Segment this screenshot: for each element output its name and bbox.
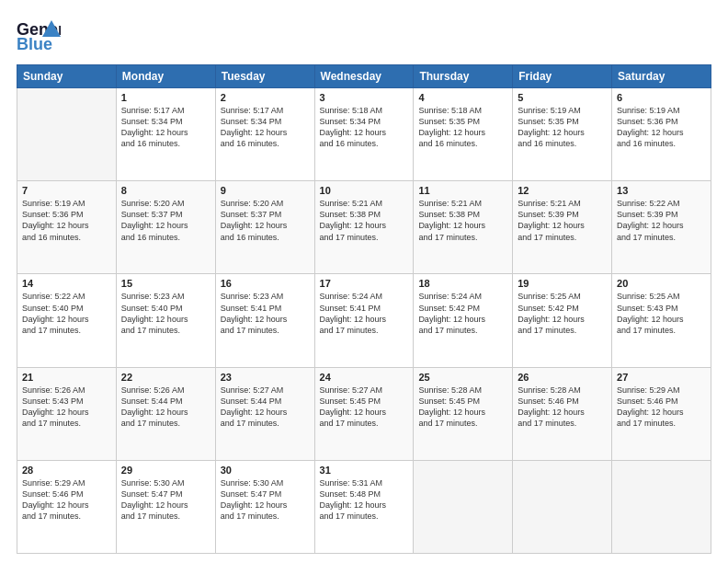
day-number: 4 [418, 92, 507, 103]
cell-info: Sunrise: 5:24 AM Sunset: 5:42 PM Dayligh… [418, 291, 507, 336]
calendar-cell: 1Sunrise: 5:17 AM Sunset: 5:34 PM Daylig… [116, 88, 215, 181]
week-row-3: 21Sunrise: 5:26 AM Sunset: 5:43 PM Dayli… [17, 367, 711, 460]
day-number: 21 [22, 372, 111, 383]
day-header-sunday: Sunday [17, 65, 117, 88]
day-number: 18 [418, 278, 507, 289]
calendar-cell: 7Sunrise: 5:19 AM Sunset: 5:36 PM Daylig… [17, 181, 117, 274]
day-number: 19 [518, 278, 607, 289]
day-number: 6 [617, 92, 706, 103]
calendar-cell: 22Sunrise: 5:26 AM Sunset: 5:44 PM Dayli… [116, 367, 215, 460]
calendar-cell: 26Sunrise: 5:28 AM Sunset: 5:46 PM Dayli… [513, 367, 612, 460]
day-number: 11 [418, 185, 507, 196]
day-number: 13 [617, 185, 706, 196]
days-header-row: SundayMondayTuesdayWednesdayThursdayFrid… [17, 65, 711, 88]
week-row-0: 1Sunrise: 5:17 AM Sunset: 5:34 PM Daylig… [17, 88, 711, 181]
day-number: 31 [320, 465, 409, 476]
day-header-monday: Monday [116, 65, 215, 88]
cell-info: Sunrise: 5:30 AM Sunset: 5:47 PM Dayligh… [121, 477, 210, 523]
cell-info: Sunrise: 5:25 AM Sunset: 5:43 PM Dayligh… [617, 291, 706, 336]
day-number: 23 [221, 372, 310, 383]
week-row-2: 14Sunrise: 5:22 AM Sunset: 5:40 PM Dayli… [17, 274, 711, 367]
day-number: 1 [121, 92, 210, 103]
calendar-cell: 4Sunrise: 5:18 AM Sunset: 5:35 PM Daylig… [414, 88, 513, 181]
cell-info: Sunrise: 5:18 AM Sunset: 5:35 PM Dayligh… [418, 105, 507, 150]
calendar-cell [17, 88, 117, 181]
day-number: 27 [617, 372, 706, 383]
calendar-cell: 25Sunrise: 5:28 AM Sunset: 5:45 PM Dayli… [414, 367, 513, 460]
calendar-cell: 31Sunrise: 5:31 AM Sunset: 5:48 PM Dayli… [314, 460, 414, 553]
day-number: 2 [221, 92, 310, 103]
calendar-cell: 29Sunrise: 5:30 AM Sunset: 5:47 PM Dayli… [116, 460, 215, 553]
day-number: 14 [22, 278, 111, 289]
calendar-cell: 21Sunrise: 5:26 AM Sunset: 5:43 PM Dayli… [17, 367, 117, 460]
cell-info: Sunrise: 5:29 AM Sunset: 5:46 PM Dayligh… [617, 385, 706, 430]
logo-icon: General Blue [17, 17, 61, 55]
day-number: 3 [320, 92, 409, 103]
cell-info: Sunrise: 5:19 AM Sunset: 5:35 PM Dayligh… [518, 105, 607, 150]
calendar-body: 1Sunrise: 5:17 AM Sunset: 5:34 PM Daylig… [17, 88, 711, 554]
header: General Blue [17, 17, 711, 55]
day-number: 24 [320, 372, 409, 383]
cell-info: Sunrise: 5:22 AM Sunset: 5:39 PM Dayligh… [617, 198, 706, 243]
cell-info: Sunrise: 5:21 AM Sunset: 5:38 PM Dayligh… [320, 198, 409, 243]
calendar-cell: 6Sunrise: 5:19 AM Sunset: 5:36 PM Daylig… [612, 88, 711, 181]
cell-info: Sunrise: 5:30 AM Sunset: 5:47 PM Dayligh… [221, 477, 310, 523]
calendar-cell: 27Sunrise: 5:29 AM Sunset: 5:46 PM Dayli… [612, 367, 711, 460]
day-header-thursday: Thursday [414, 65, 513, 88]
day-number: 22 [121, 372, 210, 383]
day-number: 5 [518, 92, 607, 103]
calendar-cell: 3Sunrise: 5:18 AM Sunset: 5:34 PM Daylig… [314, 88, 414, 181]
calendar-cell: 8Sunrise: 5:20 AM Sunset: 5:37 PM Daylig… [116, 181, 215, 274]
cell-info: Sunrise: 5:26 AM Sunset: 5:44 PM Dayligh… [121, 385, 210, 430]
cell-info: Sunrise: 5:17 AM Sunset: 5:34 PM Dayligh… [221, 105, 310, 150]
calendar-cell: 28Sunrise: 5:29 AM Sunset: 5:46 PM Dayli… [17, 460, 117, 553]
calendar-cell: 2Sunrise: 5:17 AM Sunset: 5:34 PM Daylig… [215, 88, 314, 181]
day-number: 15 [121, 278, 210, 289]
day-header-wednesday: Wednesday [314, 65, 414, 88]
cell-info: Sunrise: 5:20 AM Sunset: 5:37 PM Dayligh… [121, 198, 210, 243]
calendar-cell: 23Sunrise: 5:27 AM Sunset: 5:44 PM Dayli… [215, 367, 314, 460]
day-header-saturday: Saturday [612, 65, 711, 88]
calendar-cell: 17Sunrise: 5:24 AM Sunset: 5:41 PM Dayli… [314, 274, 414, 367]
calendar-table: SundayMondayTuesdayWednesdayThursdayFrid… [17, 64, 711, 554]
calendar-cell: 20Sunrise: 5:25 AM Sunset: 5:43 PM Dayli… [612, 274, 711, 367]
calendar-cell: 10Sunrise: 5:21 AM Sunset: 5:38 PM Dayli… [314, 181, 414, 274]
svg-text:Blue: Blue [17, 35, 52, 53]
logo: General Blue [17, 17, 61, 55]
day-number: 17 [320, 278, 409, 289]
cell-info: Sunrise: 5:20 AM Sunset: 5:37 PM Dayligh… [221, 198, 310, 243]
cell-info: Sunrise: 5:29 AM Sunset: 5:46 PM Dayligh… [22, 477, 111, 523]
day-number: 28 [22, 465, 111, 476]
cell-info: Sunrise: 5:21 AM Sunset: 5:39 PM Dayligh… [518, 198, 607, 243]
day-number: 12 [518, 185, 607, 196]
day-number: 9 [221, 185, 310, 196]
page: General Blue SundayMondayTuesdayWednesda… [0, 0, 728, 563]
calendar-cell [612, 460, 711, 553]
cell-info: Sunrise: 5:26 AM Sunset: 5:43 PM Dayligh… [22, 385, 111, 430]
cell-info: Sunrise: 5:28 AM Sunset: 5:45 PM Dayligh… [418, 385, 507, 430]
calendar-cell: 19Sunrise: 5:25 AM Sunset: 5:42 PM Dayli… [513, 274, 612, 367]
day-number: 16 [221, 278, 310, 289]
cell-info: Sunrise: 5:22 AM Sunset: 5:40 PM Dayligh… [22, 291, 111, 336]
day-number: 8 [121, 185, 210, 196]
calendar-cell: 5Sunrise: 5:19 AM Sunset: 5:35 PM Daylig… [513, 88, 612, 181]
cell-info: Sunrise: 5:17 AM Sunset: 5:34 PM Dayligh… [121, 105, 210, 150]
cell-info: Sunrise: 5:23 AM Sunset: 5:41 PM Dayligh… [221, 291, 310, 336]
calendar-cell: 14Sunrise: 5:22 AM Sunset: 5:40 PM Dayli… [17, 274, 117, 367]
calendar-cell: 12Sunrise: 5:21 AM Sunset: 5:39 PM Dayli… [513, 181, 612, 274]
calendar-cell: 24Sunrise: 5:27 AM Sunset: 5:45 PM Dayli… [314, 367, 414, 460]
cell-info: Sunrise: 5:27 AM Sunset: 5:45 PM Dayligh… [320, 385, 409, 430]
day-number: 20 [617, 278, 706, 289]
calendar-cell: 13Sunrise: 5:22 AM Sunset: 5:39 PM Dayli… [612, 181, 711, 274]
cell-info: Sunrise: 5:31 AM Sunset: 5:48 PM Dayligh… [320, 477, 409, 523]
week-row-1: 7Sunrise: 5:19 AM Sunset: 5:36 PM Daylig… [17, 181, 711, 274]
calendar-cell [414, 460, 513, 553]
cell-info: Sunrise: 5:24 AM Sunset: 5:41 PM Dayligh… [320, 291, 409, 336]
week-row-4: 28Sunrise: 5:29 AM Sunset: 5:46 PM Dayli… [17, 460, 711, 553]
calendar-cell: 11Sunrise: 5:21 AM Sunset: 5:38 PM Dayli… [414, 181, 513, 274]
calendar-cell: 9Sunrise: 5:20 AM Sunset: 5:37 PM Daylig… [215, 181, 314, 274]
cell-info: Sunrise: 5:28 AM Sunset: 5:46 PM Dayligh… [518, 385, 607, 430]
cell-info: Sunrise: 5:18 AM Sunset: 5:34 PM Dayligh… [320, 105, 409, 150]
calendar-cell: 30Sunrise: 5:30 AM Sunset: 5:47 PM Dayli… [215, 460, 314, 553]
day-number: 29 [121, 465, 210, 476]
